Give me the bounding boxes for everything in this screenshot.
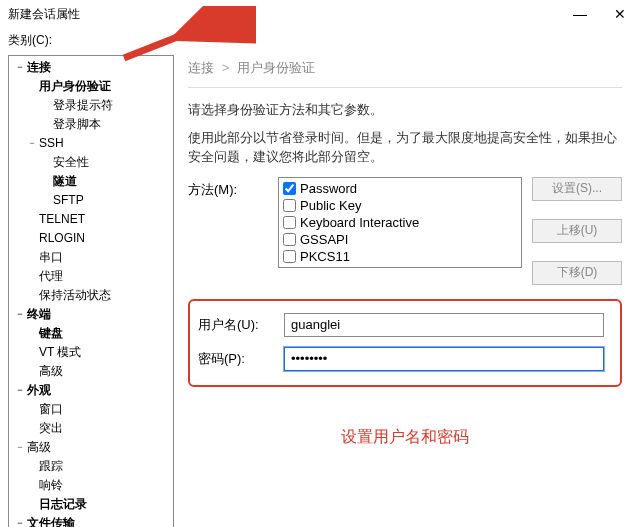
method-label-text: Keyboard Interactive	[300, 215, 419, 230]
tree-item-label: 响铃	[39, 477, 63, 494]
tree-item-label: 代理	[39, 268, 63, 285]
tree-item[interactable]: 用户身份验证	[9, 77, 173, 96]
tree-item[interactable]: TELNET	[9, 210, 173, 229]
tree-item[interactable]: −高级	[9, 438, 173, 457]
tree-item[interactable]: 高级	[9, 362, 173, 381]
tree-item[interactable]: RLOGIN	[9, 229, 173, 248]
credentials-highlight: 用户名(U): 密码(P):	[188, 299, 622, 387]
tree-item-label: 连接	[27, 59, 51, 76]
tree-item-label: 终端	[27, 306, 51, 323]
tree-item[interactable]: −终端	[9, 305, 173, 324]
method-option[interactable]: Keyboard Interactive	[283, 214, 517, 231]
tree-item-label: 日志记录	[39, 496, 87, 513]
instruction-2: 使用此部分以节省登录时间。但是，为了最大限度地提高安全性，如果担心安全问题，建议…	[188, 128, 622, 167]
tree-item[interactable]: 突出	[9, 419, 173, 438]
tree-item-label: SFTP	[53, 192, 84, 209]
tree-item-label: SSH	[39, 135, 64, 152]
minimize-button[interactable]: —	[560, 0, 600, 28]
tree-item-label: TELNET	[39, 211, 85, 228]
tree-item-label: 高级	[27, 439, 51, 456]
move-up-button[interactable]: 上移(U)	[532, 219, 622, 243]
username-label: 用户名(U):	[198, 316, 284, 334]
tree-item[interactable]: −SSH	[9, 134, 173, 153]
tree-item-label: 登录提示符	[53, 97, 113, 114]
method-checkbox[interactable]	[283, 216, 296, 229]
tree-item[interactable]: −连接	[9, 58, 173, 77]
category-label: 类别(C):	[0, 28, 640, 55]
tree-item-label: 串口	[39, 249, 63, 266]
tree-item[interactable]: 保持活动状态	[9, 286, 173, 305]
breadcrumb-root: 连接	[188, 60, 214, 75]
tree-item[interactable]: 安全性	[9, 153, 173, 172]
tree-item-label: 跟踪	[39, 458, 63, 475]
tree-item[interactable]: −文件传输	[9, 514, 173, 527]
collapse-icon[interactable]: −	[15, 515, 25, 527]
tree-item[interactable]: SFTP	[9, 191, 173, 210]
tree-item-label: 登录脚本	[53, 116, 101, 133]
move-down-button[interactable]: 下移(D)	[532, 261, 622, 285]
method-option[interactable]: Password	[283, 180, 517, 197]
window-controls: — ✕	[560, 0, 640, 28]
tree-item[interactable]: VT 模式	[9, 343, 173, 362]
method-option[interactable]: Public Key	[283, 197, 517, 214]
password-label: 密码(P):	[198, 350, 284, 368]
method-checkbox[interactable]	[283, 182, 296, 195]
method-option[interactable]: GSSAPI	[283, 231, 517, 248]
tree-item[interactable]: 响铃	[9, 476, 173, 495]
tree-item[interactable]: 日志记录	[9, 495, 173, 514]
collapse-icon[interactable]: −	[15, 382, 25, 399]
tree-item[interactable]: 隧道	[9, 172, 173, 191]
method-checkbox[interactable]	[283, 233, 296, 246]
tree-item-label: 用户身份验证	[39, 78, 111, 95]
collapse-icon[interactable]: −	[15, 439, 25, 456]
tree-item-label: 隧道	[53, 173, 77, 190]
method-label-text: PKCS11	[300, 249, 350, 264]
method-label-text: Password	[300, 181, 357, 196]
tree-item-label: 文件传输	[27, 515, 75, 527]
hint-annotation: 设置用户名和密码	[188, 427, 622, 448]
chevron-right-icon: >	[222, 60, 230, 75]
tree-item[interactable]: 窗口	[9, 400, 173, 419]
tree-item[interactable]: 键盘	[9, 324, 173, 343]
setup-button[interactable]: 设置(S)...	[532, 177, 622, 201]
method-label-text: GSSAPI	[300, 232, 348, 247]
tree-item[interactable]: 跟踪	[9, 457, 173, 476]
titlebar: 新建会话属性 — ✕	[0, 0, 640, 28]
category-tree[interactable]: −连接用户身份验证登录提示符登录脚本−SSH安全性隧道SFTPTELNETRLO…	[8, 55, 174, 527]
collapse-icon[interactable]: −	[27, 135, 37, 152]
breadcrumb: 连接 > 用户身份验证	[188, 55, 622, 88]
content-pane: 连接 > 用户身份验证 请选择身份验证方法和其它参数。 使用此部分以节省登录时间…	[174, 55, 632, 527]
tree-item-label: VT 模式	[39, 344, 81, 361]
tree-item-label: 窗口	[39, 401, 63, 418]
tree-item-label: 外观	[27, 382, 51, 399]
method-checkbox[interactable]	[283, 250, 296, 263]
tree-item-label: 高级	[39, 363, 63, 380]
method-label: 方法(M):	[188, 177, 278, 199]
tree-item[interactable]: 登录提示符	[9, 96, 173, 115]
method-label-text: Public Key	[300, 198, 361, 213]
instruction-1: 请选择身份验证方法和其它参数。	[188, 100, 622, 120]
username-input[interactable]	[284, 313, 604, 337]
window-title: 新建会话属性	[8, 6, 80, 23]
tree-item[interactable]: −外观	[9, 381, 173, 400]
method-checkbox[interactable]	[283, 199, 296, 212]
tree-item[interactable]: 代理	[9, 267, 173, 286]
tree-item-label: RLOGIN	[39, 230, 85, 247]
collapse-icon[interactable]: −	[15, 306, 25, 323]
tree-item-label: 突出	[39, 420, 63, 437]
tree-item-label: 安全性	[53, 154, 89, 171]
tree-item-label: 保持活动状态	[39, 287, 111, 304]
password-input[interactable]	[284, 347, 604, 371]
close-button[interactable]: ✕	[600, 0, 640, 28]
tree-item[interactable]: 串口	[9, 248, 173, 267]
tree-item-label: 键盘	[39, 325, 63, 342]
method-listbox[interactable]: PasswordPublic KeyKeyboard InteractiveGS…	[278, 177, 522, 268]
method-option[interactable]: PKCS11	[283, 248, 517, 265]
collapse-icon[interactable]: −	[15, 59, 25, 76]
tree-item[interactable]: 登录脚本	[9, 115, 173, 134]
breadcrumb-current: 用户身份验证	[237, 60, 315, 75]
